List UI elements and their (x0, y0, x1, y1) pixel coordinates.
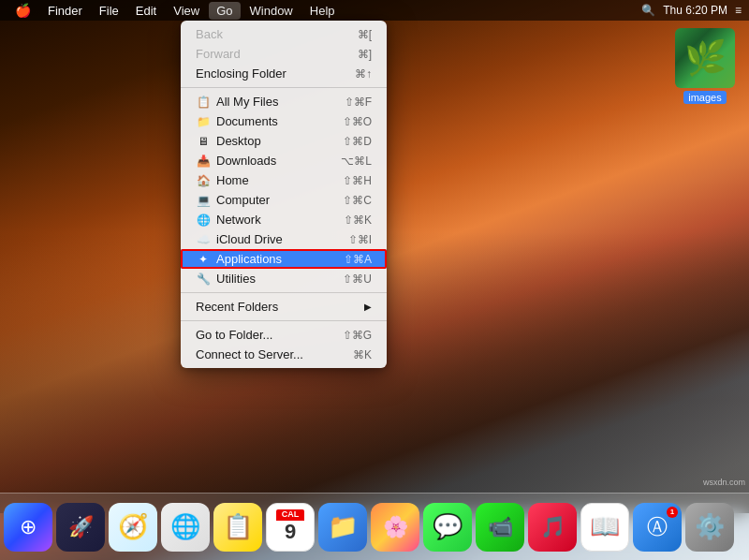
dock-item-appstore[interactable]: Ⓐ 1 (633, 503, 682, 552)
menubar-view[interactable]: View (166, 2, 207, 20)
siri-icon: ⊕ (20, 515, 37, 539)
menu-item-back[interactable]: Back ⌘[ (181, 24, 387, 44)
settings-icon: ⚙️ (695, 512, 725, 541)
dock-item-photos[interactable]: 🌸 (371, 503, 419, 552)
home-icon: 🏠 (196, 174, 211, 187)
utilities-icon: 🔧 (196, 273, 211, 286)
launchpad-icon: 🚀 (68, 515, 94, 539)
files-icon: 📁 (328, 512, 358, 541)
menu-item-applications[interactable]: ✦ Applications ⇧⌘A (181, 249, 387, 269)
menubar-window[interactable]: Window (242, 2, 301, 20)
menu-item-desktop[interactable]: 🖥 Desktop ⇧⌘D (181, 131, 387, 151)
chrome-icon: 🌐 (170, 512, 200, 541)
dock-item-launchpad[interactable]: 🚀 (56, 503, 105, 552)
dock-item-chrome[interactable]: 🌐 (161, 503, 210, 552)
applications-icon: ✦ (196, 253, 211, 266)
menubar-right: 🔍 Thu 6:20 PM ≡ (641, 4, 742, 17)
menu-item-recent-folders[interactable]: Recent Folders ▶ (181, 297, 387, 317)
dock: 🐷 ⊕ 🚀 🧭 🌐 📋 CAL9 📁 🌸 💬 📹 (0, 493, 749, 560)
menu-item-documents[interactable]: 📁 Documents ⇧⌘O (181, 111, 387, 131)
menubar-left: 🍎 Finder File Edit View Go Window Help (7, 1, 343, 20)
menubar-file[interactable]: File (92, 2, 126, 20)
desktop-icon-label: images (683, 91, 726, 104)
dock-item-messages[interactable]: 💬 (423, 503, 472, 552)
downloads-icon: 📥 (196, 155, 211, 168)
menu-item-network[interactable]: 🌐 Network ⇧⌘K (181, 210, 387, 229)
menubar-finder[interactable]: Finder (40, 2, 90, 20)
music-icon: 🎵 (540, 515, 565, 539)
dock-item-files[interactable]: 📁 (318, 503, 367, 552)
desktop-icon-images[interactable]: 🌿 images (672, 28, 738, 104)
menu-separator-2 (181, 292, 387, 293)
menu-item-all-files[interactable]: 📋 All My Files ⇧⌘F (181, 92, 387, 111)
recent-folders-arrow: ▶ (364, 302, 372, 312)
desktop-icon-menu: 🖥 (196, 135, 211, 148)
watermark: wsxdn.com (703, 478, 745, 487)
menubar-edit[interactable]: Edit (128, 2, 164, 20)
menubar-time: Thu 6:20 PM (663, 4, 727, 17)
menu-item-enclosing[interactable]: Enclosing Folder ⌘↑ (181, 64, 387, 83)
dock-item-safari[interactable]: 🧭 (109, 503, 157, 552)
network-icon: 🌐 (196, 214, 211, 227)
apple-menu[interactable]: 🍎 (7, 1, 38, 20)
menubar-help[interactable]: Help (302, 2, 343, 20)
menu-item-connect-server[interactable]: Connect to Server... ⌘K (181, 345, 387, 364)
menu-item-downloads[interactable]: 📥 Downloads ⌥⌘L (181, 151, 387, 170)
desktop-icon-thumbnail: 🌿 (675, 28, 735, 88)
menu-separator-1 (181, 87, 387, 88)
menu-item-goto-folder[interactable]: Go to Folder... ⇧⌘G (181, 325, 387, 345)
dock-item-facetime[interactable]: 📹 (476, 503, 524, 552)
menubar-search-icon[interactable]: 🔍 (641, 4, 655, 17)
facetime-icon: 📹 (488, 515, 513, 539)
all-files-icon: 📋 (196, 96, 211, 109)
dock-item-siri[interactable]: ⊕ (4, 503, 52, 552)
dock-item-settings[interactable]: ⚙️ (685, 503, 734, 552)
dock-item-notes[interactable]: 📋 (213, 503, 262, 552)
calendar-icon: CAL9 (276, 509, 305, 543)
desktop: 🍎 Finder File Edit View Go Window Help 🔍… (0, 0, 749, 560)
menu-item-forward[interactable]: Forward ⌘] (181, 44, 387, 64)
computer-icon: 💻 (196, 194, 211, 207)
menu-item-icloud[interactable]: ☁️ iCloud Drive ⇧⌘I (181, 229, 387, 249)
documents-icon: 📁 (196, 115, 211, 128)
appstore-icon: Ⓐ (647, 513, 668, 541)
dock-item-music[interactable]: 🎵 (528, 503, 577, 552)
menubar: 🍎 Finder File Edit View Go Window Help 🔍… (0, 0, 749, 21)
menubar-go[interactable]: Go (209, 2, 240, 20)
photos-icon: 🌸 (383, 515, 408, 539)
messages-icon: 💬 (433, 512, 463, 541)
dock-item-books[interactable]: 📖 (580, 503, 629, 552)
dock-item-calendar[interactable]: CAL9 (266, 503, 315, 552)
menu-item-computer[interactable]: 💻 Computer ⇧⌘C (181, 190, 387, 210)
menu-item-utilities[interactable]: 🔧 Utilities ⇧⌘U (181, 269, 387, 288)
books-icon: 📖 (590, 512, 620, 541)
icloud-icon: ☁️ (196, 233, 211, 246)
safari-icon: 🧭 (118, 512, 148, 541)
menu-separator-3 (181, 320, 387, 321)
menubar-siri-icon[interactable]: ≡ (735, 4, 742, 17)
go-menu: Back ⌘[ Forward ⌘] Enclosing Folder ⌘↑ 📋… (181, 21, 387, 368)
menu-item-home[interactable]: 🏠 Home ⇧⌘H (181, 170, 387, 190)
notes-icon: 📋 (223, 512, 253, 541)
